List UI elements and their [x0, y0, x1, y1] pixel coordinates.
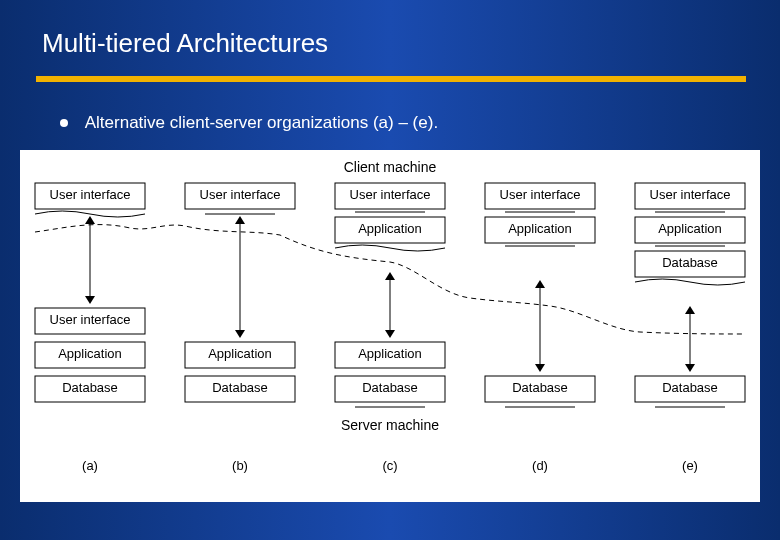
slide: Multi-tiered Architectures Alternative c…: [0, 0, 780, 540]
col-label-c: (c): [382, 458, 397, 473]
svg-marker-7: [385, 272, 395, 280]
svg-marker-14: [685, 364, 695, 372]
slide-title: Multi-tiered Architectures: [42, 28, 328, 59]
svg-marker-10: [535, 280, 545, 288]
col-label-d: (d): [532, 458, 548, 473]
e-client-wavy: [635, 279, 745, 285]
e-client-ui-text: User interface: [650, 187, 731, 202]
column-d: User interface Application Database (d): [485, 183, 595, 473]
client-machine-label: Client machine: [344, 159, 437, 175]
col-label-e: (e): [682, 458, 698, 473]
column-a: User interface User interface Applicatio…: [35, 183, 145, 473]
a-server-app-text: Application: [58, 346, 122, 361]
diagram-svg: Client machine User interface Us: [20, 150, 760, 502]
b-client-ui-text: User interface: [200, 187, 281, 202]
b-server-db-text: Database: [212, 380, 268, 395]
d-client-app-text: Application: [508, 221, 572, 236]
architecture-diagram: Client machine User interface Us: [20, 150, 760, 502]
c-server-db-text: Database: [362, 380, 418, 395]
svg-marker-4: [235, 216, 245, 224]
c-server-app-text: Application: [358, 346, 422, 361]
column-b: User interface Application Database (b): [185, 183, 295, 473]
d-server-db-text: Database: [512, 380, 568, 395]
a-client-ui-text: User interface: [50, 187, 131, 202]
a-server-ui-text: User interface: [50, 312, 131, 327]
c-client-app-text: Application: [358, 221, 422, 236]
d-client-ui-text: User interface: [500, 187, 581, 202]
bullet-row: Alternative client-server organizations …: [60, 112, 438, 133]
svg-marker-1: [85, 216, 95, 224]
e-server-db-text: Database: [662, 380, 718, 395]
svg-marker-13: [685, 306, 695, 314]
d-link-arrow: [535, 280, 545, 372]
bullet-text: Alternative client-server organizations …: [85, 113, 438, 132]
server-machine-label: Server machine: [341, 417, 439, 433]
e-link-arrow: [685, 306, 695, 372]
svg-marker-11: [535, 364, 545, 372]
e-client-db-text: Database: [662, 255, 718, 270]
c-client-ui-text: User interface: [350, 187, 431, 202]
b-link-arrow: [235, 216, 245, 338]
c-link-arrow: [385, 272, 395, 338]
svg-marker-2: [85, 296, 95, 304]
b-server-app-text: Application: [208, 346, 272, 361]
a-server-db-text: Database: [62, 380, 118, 395]
e-client-app-text: Application: [658, 221, 722, 236]
col-label-a: (a): [82, 458, 98, 473]
bullet-dot-icon: [60, 119, 68, 127]
column-e: User interface Application Database Data…: [635, 183, 745, 473]
a-link-arrow: [85, 216, 95, 304]
c-client-wavy: [335, 245, 445, 251]
svg-marker-5: [235, 330, 245, 338]
svg-marker-8: [385, 330, 395, 338]
col-label-b: (b): [232, 458, 248, 473]
title-underline: [36, 76, 746, 82]
